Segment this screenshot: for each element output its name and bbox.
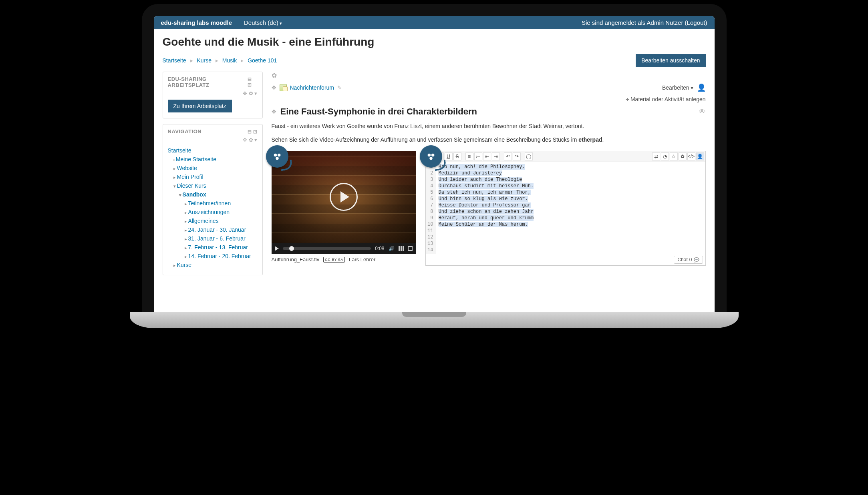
rename-icon[interactable]: ✎ bbox=[337, 85, 341, 90]
toolbar-underline[interactable]: U bbox=[445, 152, 453, 160]
volume-icon[interactable] bbox=[389, 246, 395, 251]
crumb-3[interactable]: Goethe 101 bbox=[248, 57, 277, 64]
svg-point-4 bbox=[431, 154, 434, 156]
nav-item[interactable]: Meine Startseite bbox=[168, 155, 258, 164]
nav-link[interactable]: 24. Januar - 30. Januar bbox=[188, 226, 246, 233]
crumb-1[interactable]: Kurse bbox=[197, 57, 211, 64]
edu-sharing-badge-icon bbox=[420, 145, 442, 168]
nav-link[interactable]: Auszeichnungen bbox=[188, 209, 230, 215]
nav-item[interactable]: Sandbox bbox=[168, 190, 258, 199]
logout-link[interactable]: Logout bbox=[687, 19, 705, 26]
nav-link[interactable]: 31. Januar - 6. Februar bbox=[188, 235, 246, 242]
toolbar-settings[interactable]: ✿ bbox=[679, 152, 687, 160]
nav-link[interactable]: Allgemeines bbox=[188, 218, 219, 224]
editor-body[interactable]: 123456789101112131415 Hab nun, ach! die … bbox=[425, 162, 706, 254]
toolbar-star[interactable]: ☆ bbox=[670, 152, 678, 160]
chat-count: 0 bbox=[689, 257, 692, 263]
section-gear-icon[interactable]: ✿ bbox=[272, 72, 277, 79]
toolbar-users[interactable]: 👤 bbox=[696, 152, 704, 160]
nav-link[interactable]: Website bbox=[177, 165, 197, 171]
visibility-icon[interactable]: 👁 bbox=[699, 108, 706, 116]
toggle-editing-button[interactable]: Bearbeiten ausschalten bbox=[636, 54, 705, 67]
editor-toolbar: B I U S ≡ ≔ ⇤ ⇥ ↶ ↷ bbox=[425, 151, 706, 162]
video-player[interactable] bbox=[272, 151, 416, 243]
toolbar-strike[interactable]: S bbox=[453, 152, 461, 160]
chat-button[interactable]: Chat 0 bbox=[674, 256, 703, 264]
nav-link[interactable]: Dieser Kurs bbox=[177, 182, 206, 189]
video-embed: 0:08 Aufführung_Faust.flv CC BY-SA Lars … bbox=[272, 151, 416, 266]
intro-para-1: Faust - ein weiteres Werk von Goethe wur… bbox=[272, 122, 706, 130]
block-settings-icon[interactable]: ✿ ▾ bbox=[249, 90, 258, 96]
language-dropdown[interactable]: Deutsch (de) bbox=[244, 19, 282, 26]
intro-para-2: Sehen Sie sich die Video-Aufzeichnung de… bbox=[272, 136, 706, 144]
toolbar-ol[interactable]: ≡ bbox=[465, 152, 473, 160]
toolbar-embed[interactable]: </> bbox=[687, 152, 695, 160]
nav-item[interactable]: 7. Februar - 13. Februar bbox=[168, 243, 258, 252]
video-options-icon[interactable] bbox=[399, 246, 404, 251]
svg-point-1 bbox=[277, 154, 280, 156]
brand[interactable]: edu-sharing labs moodle bbox=[161, 19, 232, 26]
toolbar-redo[interactable]: ↷ bbox=[513, 152, 521, 160]
edit-dropdown[interactable]: Bearbeiten ▾ bbox=[662, 84, 694, 91]
video-time: 0:08 bbox=[375, 246, 384, 251]
toolbar-undo[interactable]: ↶ bbox=[504, 152, 512, 160]
block-move-icon[interactable]: ✥ bbox=[243, 90, 247, 96]
block-workspace: EDU-SHARING ARBEITSPLATZ ⊟ ⊡ ✥ ✿ ▾ Zu Ih… bbox=[163, 72, 263, 118]
block-navigation: NAVIGATION ⊟ ⊡ ✥ ✿ ▾ StartseiteMeine Sta… bbox=[163, 124, 263, 275]
add-activity-link[interactable]: Material oder Aktivität anlegen bbox=[272, 96, 706, 102]
forum-link[interactable]: Nachrichtenforum bbox=[290, 84, 334, 91]
login-status: Sie sind angemeldet als Admin Nutzer (Lo… bbox=[582, 19, 707, 26]
nav-item[interactable]: Dieser Kurs bbox=[168, 181, 258, 190]
play-overlay-icon[interactable] bbox=[330, 183, 358, 211]
block-workspace-title: EDU-SHARING ARBEITSPLATZ bbox=[168, 76, 248, 88]
nav-link[interactable]: Sandbox bbox=[183, 191, 206, 198]
block-move-icon[interactable]: ✥ bbox=[243, 137, 247, 143]
svg-point-5 bbox=[429, 157, 432, 160]
nav-item[interactable]: Kurse bbox=[168, 261, 258, 269]
nav-link[interactable]: Meine Startseite bbox=[176, 156, 216, 162]
toolbar-import-export[interactable]: ⇄ bbox=[652, 152, 660, 160]
video-controls: 0:08 bbox=[272, 243, 416, 254]
section-heading: Eine Faust-Symphonie in drei Charakterbi… bbox=[280, 106, 477, 117]
block-dock-icon[interactable]: ⊟ ⊡ bbox=[248, 129, 258, 134]
nav-link[interactable]: 14. Februar - 20. Februar bbox=[188, 253, 251, 259]
toolbar-timeslider[interactable]: ◔ bbox=[661, 152, 669, 160]
toolbar-outdent[interactable]: ⇤ bbox=[483, 152, 491, 160]
toolbar-ul[interactable]: ≔ bbox=[474, 152, 482, 160]
nav-item[interactable]: 24. Januar - 30. Januar bbox=[168, 225, 258, 234]
block-dock-icon[interactable]: ⊟ ⊡ bbox=[248, 76, 257, 88]
nav-item[interactable]: Auszeichnungen bbox=[168, 208, 258, 216]
crumb-0[interactable]: Startseite bbox=[163, 57, 186, 64]
nav-link[interactable]: 7. Februar - 13. Februar bbox=[188, 244, 248, 251]
nav-item[interactable]: Teilnehmer/innen bbox=[168, 199, 258, 208]
forum-icon bbox=[280, 84, 287, 91]
video-author: Lars Lehrer bbox=[349, 257, 375, 263]
editor-text[interactable]: Hab nun, ach! die Philosophey,Medizin un… bbox=[436, 162, 536, 254]
nav-link[interactable]: Teilnehmer/innen bbox=[188, 200, 231, 206]
user-link[interactable]: Admin Nutzer bbox=[647, 19, 683, 26]
toolbar-clear[interactable]: ◯ bbox=[525, 152, 533, 160]
nav-item[interactable]: 14. Februar - 20. Februar bbox=[168, 252, 258, 261]
nav-item[interactable]: Startseite bbox=[168, 146, 258, 155]
nav-link[interactable]: Kurse bbox=[177, 262, 192, 268]
goto-workspace-button[interactable]: Zu Ihrem Arbeitsplatz bbox=[168, 100, 232, 112]
seek-slider[interactable] bbox=[283, 247, 371, 250]
toolbar-indent[interactable]: ⇥ bbox=[492, 152, 500, 160]
nav-item[interactable]: Mein Profil bbox=[168, 172, 258, 181]
nav-link[interactable]: Mein Profil bbox=[177, 174, 203, 180]
crumb-2[interactable]: Musik bbox=[222, 57, 237, 64]
move-icon[interactable]: ✥ bbox=[272, 84, 276, 91]
fullscreen-icon[interactable] bbox=[408, 246, 413, 251]
video-filename: Aufführung_Faust.flv bbox=[272, 257, 320, 263]
line-numbers: 123456789101112131415 bbox=[426, 162, 436, 254]
section-move-icon[interactable]: ✥ bbox=[272, 108, 276, 115]
block-settings-icon[interactable]: ✿ ▾ bbox=[249, 137, 258, 143]
nav-item[interactable]: 31. Januar - 6. Februar bbox=[168, 234, 258, 243]
nav-tree: StartseiteMeine StartseiteWebsiteMein Pr… bbox=[168, 146, 258, 269]
nav-link[interactable]: Startseite bbox=[168, 147, 191, 154]
nav-item[interactable]: Website bbox=[168, 164, 258, 172]
svg-point-3 bbox=[427, 154, 430, 156]
group-icon[interactable]: 👤 bbox=[697, 83, 706, 92]
play-button[interactable] bbox=[275, 246, 279, 251]
nav-item[interactable]: Allgemeines bbox=[168, 216, 258, 225]
